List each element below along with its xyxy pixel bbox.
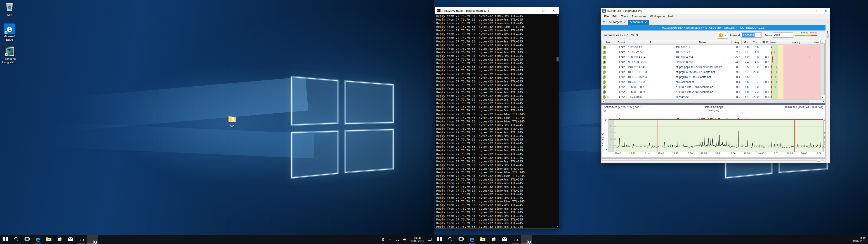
store-icon (491, 237, 496, 242)
cmd-output-line: Reply from 77.75.79.53: bytes=32 time=7m… (436, 178, 556, 181)
timeline-scrollbar[interactable]: ▶ (601, 158, 826, 162)
taskbar-button-mail[interactable] (499, 235, 510, 244)
cmd-scrollbar[interactable]: ▲ ▼ (556, 14, 559, 228)
column-header-pl[interactable]: PL% (760, 40, 771, 45)
y-axis-label: Latency (ms) (601, 128, 604, 152)
taskbar-button-edge[interactable]: e (33, 235, 43, 244)
menu-icon[interactable]: ≡ (601, 20, 607, 25)
cmd-icon: C:\_ (513, 238, 518, 242)
table-horizontal-scrollbar[interactable]: ◀ ▶ (601, 99, 825, 103)
taskbar-button-file-explorer[interactable] (43, 235, 54, 244)
close-tab-icon[interactable]: ✕ (624, 21, 626, 24)
shortcut-arrow-icon: ↗ (5, 53, 8, 56)
column-header-ip[interactable]: IP (626, 40, 674, 45)
desktop-icon-photo-viewer[interactable]: ↗ Prohlížeč fotografií ... (0, 46, 19, 64)
people-icon[interactable] (381, 238, 385, 242)
network-icon[interactable] (395, 238, 399, 242)
cmd-output-line: Reply from 77.75.79.53: bytes=32 time=8m… (436, 123, 556, 127)
check-icon: ✓ (645, 21, 647, 24)
tray-expand-icon[interactable]: ⌃ (389, 238, 391, 242)
taskbar-button-search[interactable] (445, 235, 456, 244)
column-header-avg[interactable]: Avg (732, 40, 742, 45)
pause-button[interactable] (717, 32, 724, 39)
action-center-icon[interactable] (428, 238, 432, 242)
pingplotter-titlebar[interactable]: seznam.cz - PingPlotter Pro – □ ✕ (601, 8, 830, 14)
taskbar-button-start[interactable] (0, 235, 11, 244)
interval-select[interactable]: 1 second ▼ (741, 33, 762, 37)
task-view-icon (24, 237, 30, 242)
cmd-output-line: Reply from 77.75.79.53: bytes=32 time=7m… (436, 189, 556, 192)
taskbar-button-task-view[interactable] (22, 235, 33, 244)
column-header-count[interactable]: Count (616, 40, 626, 45)
pane-splitter[interactable] (601, 103, 826, 105)
grid-label-40ms: 40 ms (610, 125, 616, 127)
pause-dropdown-button[interactable]: ▼ (723, 32, 728, 39)
menu-workspace[interactable]: Workspace (648, 15, 666, 18)
taskbar-button-task-view[interactable] (456, 235, 467, 244)
taskbar-clock[interactable]: 16:08 19.02.2019 (410, 236, 424, 243)
minimize-button[interactable]: – (804, 8, 813, 14)
alerts-side-tab[interactable]: Alerts (826, 25, 830, 44)
scroll-up-icon[interactable]: ▲ (820, 40, 825, 43)
scroll-down-icon[interactable]: ▼ (820, 96, 825, 99)
column-header-cur[interactable]: Cur (750, 40, 760, 45)
menu-file[interactable]: File (602, 15, 611, 18)
scroll-right-icon[interactable]: ▶ (821, 159, 825, 161)
close-button[interactable]: ✕ (549, 7, 559, 14)
cmd-output-line: Reply from 77.75.79.53: bytes=32 time=10… (436, 120, 556, 123)
taskbar-button-file-explorer[interactable] (477, 235, 488, 244)
taskbar-button-start[interactable] (434, 235, 445, 244)
close-button[interactable]: ✕ (822, 8, 830, 14)
taskbar-button-pingplotter[interactable] (521, 235, 532, 244)
cell-min: 1.2 (742, 55, 750, 60)
new-tab-button[interactable]: + (649, 20, 655, 25)
volume-icon[interactable] (403, 238, 407, 242)
taskbar-button-pingplotter[interactable] (87, 235, 98, 244)
menu-edit[interactable]: Edit (611, 15, 619, 18)
cell-avg: 8.4 (732, 80, 742, 85)
hop-number-badge: 4 (602, 61, 606, 64)
minimize-button[interactable]: – (528, 7, 538, 14)
taskbar-button-cmd[interactable]: C:\_ (510, 235, 521, 244)
taskbar-button-search[interactable] (11, 235, 22, 244)
column-header-min[interactable]: Min (742, 40, 750, 45)
cell-hop: 9 (601, 85, 616, 89)
cmd-output-line: Reply from 77.75.79.53: bytes=32 time=7m… (436, 130, 556, 134)
tab-seznam-cz[interactable]: seznam.cz ✓ (628, 20, 649, 25)
taskbar-clock[interactable]: 16:08 19.02.2019 (852, 236, 866, 243)
table-vertical-scrollbar[interactable]: ▲ ▼ (820, 40, 825, 99)
desktop-icon-recycle-bin[interactable]: ♻ Koš (0, 2, 19, 17)
scroll-right-icon[interactable]: ▶ (822, 100, 825, 103)
taskbar-button-mail[interactable] (65, 235, 76, 244)
column-header-name[interactable]: Name (674, 40, 732, 45)
maximize-button[interactable]: □ (538, 7, 549, 14)
focus-select[interactable]: Auto ▼ (773, 33, 794, 37)
menu-tools[interactable]: Tools (619, 15, 629, 18)
taskbar-button-edge[interactable]: e (467, 235, 477, 244)
column-header-hop[interactable]: Hop (601, 40, 616, 45)
alert-banner[interactable]: 02/19/2019 15:47 Unhandled IP_STATUS fro… (601, 25, 826, 30)
maximize-button[interactable]: □ (813, 8, 822, 14)
pingplotter-window: seznam.cz - PingPlotter Pro – □ ✕ FileEd… (600, 8, 830, 163)
cell-name: 192.168.1.1 (674, 45, 732, 50)
taskbar-button-cmd[interactable]: C:\_ (76, 235, 87, 244)
desktop-icon-edge[interactable]: e ↗ Microsoft Edge (0, 24, 19, 41)
column-header-latency[interactable]: 0 msLatency1003 (771, 40, 820, 45)
scrollbar-thumb[interactable] (817, 159, 820, 161)
desktop-icon-tcp-folder[interactable]: tcp (223, 115, 242, 128)
cmd-titlebar[interactable]: C:\. Příkazový řádek - ping seznam.cz -t… (435, 7, 559, 14)
cell-pl (760, 69, 771, 74)
menu-help[interactable]: Help (666, 15, 676, 18)
tab-all-targets[interactable]: All Targets ✕ (607, 20, 628, 25)
scrollbar-thumb[interactable] (557, 57, 559, 61)
menu-summaries[interactable]: Summaries (630, 15, 648, 18)
scroll-down-icon[interactable]: ▼ (556, 225, 559, 228)
grid-label-20ms: 20 ms (610, 138, 616, 140)
scroll-up-icon[interactable]: ▲ (556, 14, 559, 17)
scrollbar-thumb[interactable] (605, 100, 809, 103)
taskbar-button-store[interactable] (488, 235, 499, 244)
tab-nav-arrows[interactable]: ‹ › ▾ (822, 21, 829, 24)
scroll-left-icon[interactable]: ◀ (601, 100, 605, 103)
taskbar-button-store[interactable] (54, 235, 65, 244)
scrollbar-thumb[interactable] (821, 44, 825, 95)
